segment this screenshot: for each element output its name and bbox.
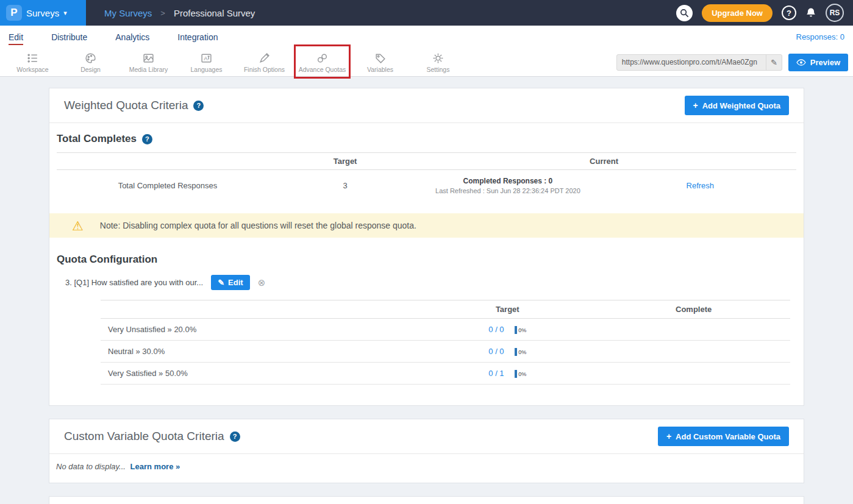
toolbar-right: https://www.questionpro.com/t/AMae0Zgn ✎… bbox=[616, 54, 853, 71]
add-weighted-quota-button[interactable]: + Add Weighted Quota bbox=[685, 96, 790, 115]
help-icon[interactable]: ? bbox=[230, 431, 240, 442]
plus-icon: + bbox=[666, 431, 671, 441]
toolbar-item-workspace-label: Workspace bbox=[16, 66, 48, 73]
refresh-link[interactable]: Refresh bbox=[687, 181, 715, 190]
languages-icon: A bbox=[200, 52, 213, 65]
add-weighted-quota-label: Add Weighted Quota bbox=[702, 101, 780, 110]
progress-percent: 0% bbox=[518, 349, 526, 355]
toolbar-item-design[interactable]: Design bbox=[62, 52, 120, 73]
eye-icon bbox=[796, 59, 806, 66]
toolbar-item-variables[interactable]: Variables bbox=[351, 52, 409, 73]
table-row: Very Satisfied » 50.0% 0 / 1 0% bbox=[101, 363, 790, 385]
responses-count[interactable]: Responses: 0 bbox=[796, 32, 845, 41]
last-refreshed-timestamp: Last Refreshed : Sun Jun 28 22:36:24 PDT… bbox=[412, 187, 604, 194]
preview-button-label: Preview bbox=[810, 58, 840, 67]
total-completed-responses-label: Total Completed Responses bbox=[57, 181, 279, 190]
target-value: 3 bbox=[279, 181, 412, 190]
search-icon bbox=[680, 9, 689, 18]
total-completes-table-header: Target Current bbox=[57, 152, 796, 170]
quota-option-label: Very Satisfied » 50.0% bbox=[101, 369, 418, 378]
toolbar-item-finish-options[interactable]: Finish Options bbox=[235, 52, 293, 73]
completed-responses-value: Completed Responses : 0 bbox=[412, 177, 604, 185]
table-row: Very Unsatisfied » 20.0% 0 / 0 0% bbox=[101, 319, 790, 341]
settings-gear-icon bbox=[432, 52, 444, 65]
tab-integration-label: Integration bbox=[177, 32, 218, 42]
questionpro-logo: P bbox=[6, 5, 22, 21]
edit-url-pencil-icon[interactable]: ✎ bbox=[766, 55, 782, 70]
toolbar-item-finish-options-label: Finish Options bbox=[244, 66, 285, 73]
toolbar-item-media-library-label: Media Library bbox=[129, 66, 168, 73]
custom-variable-quota-title: Custom Variable Quota Criteria bbox=[64, 430, 224, 443]
chevron-down-icon: ▾ bbox=[63, 9, 67, 17]
survey-url-text: https://www.questionpro.com/t/AMae0Zgn bbox=[617, 58, 766, 66]
survey-toolbar: Workspace Design Media Library A Languag… bbox=[0, 48, 853, 77]
toolbar-item-variables-label: Variables bbox=[367, 66, 393, 73]
notifications-button[interactable] bbox=[805, 7, 816, 18]
survey-url-input[interactable]: https://www.questionpro.com/t/AMae0Zgn ✎ bbox=[616, 54, 782, 71]
toolbar-item-languages[interactable]: A Languages bbox=[177, 52, 235, 73]
warning-icon: ⚠ bbox=[72, 219, 84, 232]
advanced-quota-header: Advanced Quota Control ? + Add Advanced … bbox=[49, 497, 804, 504]
tab-edit[interactable]: Edit bbox=[9, 32, 23, 42]
toolbar-item-settings[interactable]: Settings bbox=[409, 52, 467, 73]
primary-tabs: Edit Distribute Analytics Integration Re… bbox=[0, 26, 853, 48]
tab-integration[interactable]: Integration bbox=[177, 32, 218, 42]
breadcrumb-current-page: Professional Survey bbox=[174, 8, 255, 18]
current-column-header: Current bbox=[412, 157, 796, 166]
bell-icon bbox=[805, 7, 816, 18]
custom-variable-quota-header: Custom Variable Quota Criteria ? + Add C… bbox=[49, 419, 804, 454]
quota-target-value: 0 / 0 bbox=[488, 347, 504, 356]
toolbar-item-advance-quotas[interactable]: Advance Quotas bbox=[293, 52, 351, 73]
empty-state: No data to display... Learn more » bbox=[49, 454, 804, 483]
variables-tag-icon bbox=[374, 52, 387, 65]
avatar[interactable]: RS bbox=[826, 4, 844, 22]
toolbar-item-media-library[interactable]: Media Library bbox=[120, 52, 177, 73]
search-button[interactable] bbox=[676, 5, 693, 21]
breadcrumb: My Surveys > Professional Survey bbox=[104, 8, 255, 18]
progress-percent: 0% bbox=[518, 371, 526, 377]
media-library-icon bbox=[142, 52, 155, 65]
toolbar-item-workspace[interactable]: Workspace bbox=[4, 52, 62, 73]
breadcrumb-separator: > bbox=[160, 9, 165, 18]
edit-quota-button[interactable]: ✎ Edit bbox=[211, 275, 249, 290]
add-custom-variable-quota-button[interactable]: + Add Custom Variable Quota bbox=[658, 427, 789, 446]
total-completes-table: Target Current Total Completed Responses… bbox=[57, 152, 796, 204]
help-icon[interactable]: ? bbox=[142, 134, 152, 144]
target-column-header: Target bbox=[418, 305, 597, 314]
quota-option-label: Very Unsatisfied » 20.0% bbox=[101, 325, 418, 334]
tab-distribute-label: Distribute bbox=[51, 32, 87, 42]
total-completes-section: Total Completes ? Target Current Total C… bbox=[49, 123, 804, 213]
logo-letter: P bbox=[10, 7, 17, 19]
help-button[interactable]: ? bbox=[782, 5, 796, 20]
total-completes-title: Total Completes bbox=[57, 133, 137, 145]
toolbar-item-design-label: Design bbox=[80, 66, 101, 73]
no-data-text: No data to display... bbox=[56, 462, 126, 471]
target-column-header: Target bbox=[279, 157, 412, 166]
toolbar-item-languages-label: Languages bbox=[191, 66, 223, 73]
quota-question-label: 3. [Q1] How satisfied are you with our..… bbox=[65, 278, 203, 287]
weighted-quota-header: Weighted Quota Criteria ? + Add Weighted… bbox=[49, 88, 804, 123]
tab-edit-label: Edit bbox=[9, 32, 23, 45]
learn-more-link[interactable]: Learn more » bbox=[130, 462, 180, 471]
tab-distribute[interactable]: Distribute bbox=[51, 32, 87, 42]
quota-note-text: Note: Disabling complex quota for all qu… bbox=[100, 221, 416, 230]
quota-target-value: 0 / 0 bbox=[488, 325, 504, 334]
progress-bar bbox=[515, 370, 517, 378]
breadcrumb-my-surveys[interactable]: My Surveys bbox=[104, 8, 152, 18]
edit-pencil-icon: ✎ bbox=[218, 278, 224, 287]
tab-analytics[interactable]: Analytics bbox=[115, 32, 149, 42]
topbar-actions: Upgrade Now ? RS bbox=[676, 4, 853, 22]
toolbar-item-settings-label: Settings bbox=[427, 66, 450, 73]
remove-quota-icon[interactable]: ⊗ bbox=[258, 278, 266, 287]
weighted-quota-title: Weighted Quota Criteria bbox=[64, 99, 188, 112]
progress-bar bbox=[515, 348, 517, 356]
surveys-menu[interactable]: P Surveys ▾ bbox=[0, 0, 86, 26]
preview-button[interactable]: Preview bbox=[788, 54, 848, 71]
complete-column-header: Complete bbox=[597, 305, 790, 314]
quota-note-banner: ⚠ Note: Disabling complex quota for all … bbox=[49, 213, 804, 238]
edit-button-label: Edit bbox=[228, 278, 243, 287]
help-icon[interactable]: ? bbox=[193, 101, 204, 111]
toolbar-item-advance-quotas-label: Advance Quotas bbox=[299, 66, 346, 73]
progress-percent: 0% bbox=[518, 327, 526, 333]
upgrade-now-button[interactable]: Upgrade Now bbox=[702, 4, 773, 22]
